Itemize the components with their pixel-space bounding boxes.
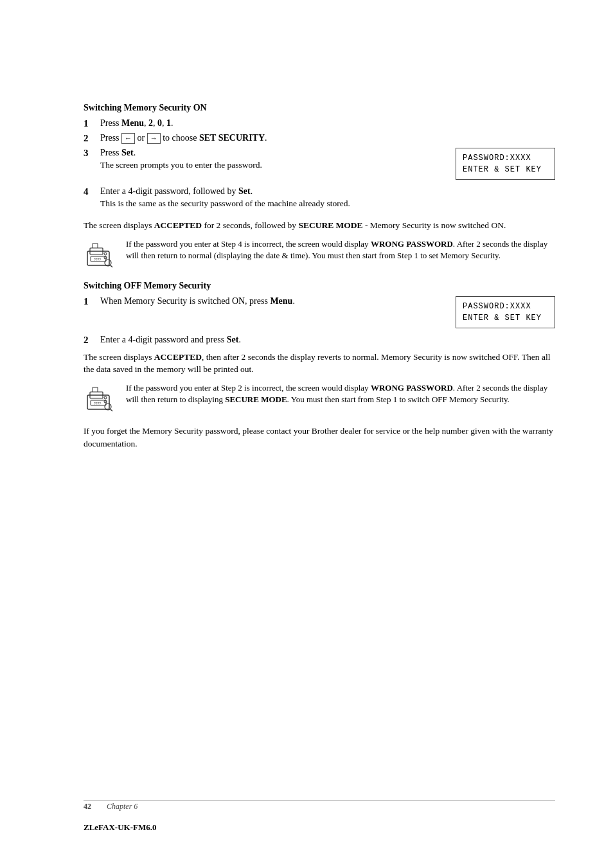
footer-rule (84, 800, 555, 801)
para-off-after: The screen displays ACCEPTED, then after… (84, 351, 555, 376)
step-off-content-2: Enter a 4-digit password and press Set. (100, 335, 555, 345)
step-num-2: 2 (84, 133, 98, 144)
note-icon-on: ???? (84, 238, 117, 272)
note-off: ???? If the password you enter at Step 2… (84, 382, 555, 416)
bold-set-security: SET SECURITY (199, 133, 265, 143)
step-content-2: Press ← or → to choose SET SECURITY. (100, 133, 555, 144)
footer-page-num: 42 (84, 802, 91, 811)
lcd-line2-off: ENTER & SET KEY (463, 314, 542, 323)
bold-menu: Menu (121, 118, 144, 128)
steps-on: 1 Press Menu, 2, 0, 1. 2 Press ← or → to… (84, 118, 555, 214)
step-content-3: Press Set. The screen prompts you to ent… (100, 148, 555, 184)
bold-accepted-off: ACCEPTED (154, 352, 202, 362)
bold-1: 1 (166, 118, 171, 128)
bold-2: 2 (148, 118, 153, 128)
step-off-2: 2 Enter a 4-digit password and press Set… (84, 335, 555, 346)
fax-icon-on: ???? (84, 238, 117, 272)
bold-menu-off: Menu (270, 296, 292, 306)
bold-wrong-pwd-on: WRONG PASSWORD (371, 239, 453, 249)
step-content-1: Press Menu, 2, 0, 1. (100, 118, 555, 128)
fax-icon-off: ???? (84, 382, 117, 416)
step-on-2: 2 Press ← or → to choose SET SECURITY. (84, 133, 555, 144)
bold-secure-mode-on: SECURE MODE (298, 220, 362, 230)
section-on: Switching Memory Security ON 1 Press Men… (84, 103, 555, 272)
note-on: ???? If the password you enter at Step 4… (84, 238, 555, 272)
bold-wrong-pwd-off: WRONG PASSWORD (371, 383, 453, 393)
step-num-1: 1 (84, 118, 98, 129)
lcd-line1-on: PASSWORD:XXXX (463, 154, 531, 163)
lcd-display-on: PASSWORD:XXXX ENTER & SET KEY (456, 148, 555, 180)
bold-accepted-on: ACCEPTED (154, 220, 202, 230)
step-on-1: 1 Press Menu, 2, 0, 1. (84, 118, 555, 129)
lcd-box-on: PASSWORD:XXXX ENTER & SET KEY (456, 148, 555, 180)
note-on-text: If the password you enter at Step 4 is i… (126, 238, 555, 261)
note-off-text: If the password you enter at Step 2 is i… (126, 382, 555, 405)
step-4-sub: This is the same as the security passwor… (100, 198, 555, 210)
section-off: Switching OFF Memory Security 1 When Mem… (84, 281, 555, 416)
lcd-box-off: PASSWORD:XXXX ENTER & SET KEY (456, 296, 555, 328)
lcd-display-off: PASSWORD:XXXX ENTER & SET KEY (456, 296, 555, 328)
section-on-title: Switching Memory Security ON (84, 103, 555, 113)
bold-secure-mode-off: SECURE MODE (225, 394, 287, 404)
step-off-num-1: 1 (84, 296, 98, 307)
page: Switching Memory Security ON 1 Press Men… (0, 0, 613, 868)
svg-text:????: ???? (94, 402, 101, 405)
step-content-4: Enter a 4-digit password, followed by Se… (100, 186, 555, 214)
step-num-3: 3 (84, 148, 98, 159)
bold-0: 0 (157, 118, 162, 128)
footer-chapter: Chapter 6 (107, 802, 138, 811)
bold-set-4: Set (238, 186, 251, 196)
note-icon-off: ???? (84, 382, 117, 416)
svg-point-3 (104, 252, 107, 255)
final-para: If you forget the Memory Security passwo… (84, 425, 555, 450)
step-off-1: 1 When Memory Security is switched ON, p… (84, 296, 555, 332)
svg-line-9 (111, 265, 112, 267)
lcd-line2-on: ENTER & SET KEY (463, 165, 542, 174)
lcd-line1-off: PASSWORD:XXXX (463, 302, 531, 311)
steps-off: 1 When Memory Security is switched ON, p… (84, 296, 555, 346)
section-off-title: Switching OFF Memory Security (84, 281, 555, 291)
step-off-content-1: When Memory Security is switched ON, pre… (100, 296, 555, 332)
svg-line-20 (111, 409, 112, 411)
bold-set-off: Set (227, 335, 239, 344)
para-on-after: The screen displays ACCEPTED for 2 secon… (84, 219, 555, 232)
footer-model: ZLeFAX-UK-FM6.0 (84, 822, 156, 833)
step-on-3: 3 Press Set. The screen prompts you to e… (84, 148, 555, 184)
step-3-sub: The screen prompts you to enter the pass… (100, 159, 436, 172)
bold-set-3: Set (121, 148, 134, 157)
svg-text:????: ???? (94, 258, 101, 261)
left-arrow-icon: ← (121, 133, 135, 144)
step-on-4: 4 Enter a 4-digit password, followed by … (84, 186, 555, 214)
step-off-1-text: When Memory Security is switched ON, pre… (100, 296, 436, 306)
step-num-4: 4 (84, 186, 98, 197)
right-arrow-icon: → (147, 133, 161, 144)
svg-point-14 (104, 396, 107, 399)
step-off-num-2: 2 (84, 335, 98, 346)
